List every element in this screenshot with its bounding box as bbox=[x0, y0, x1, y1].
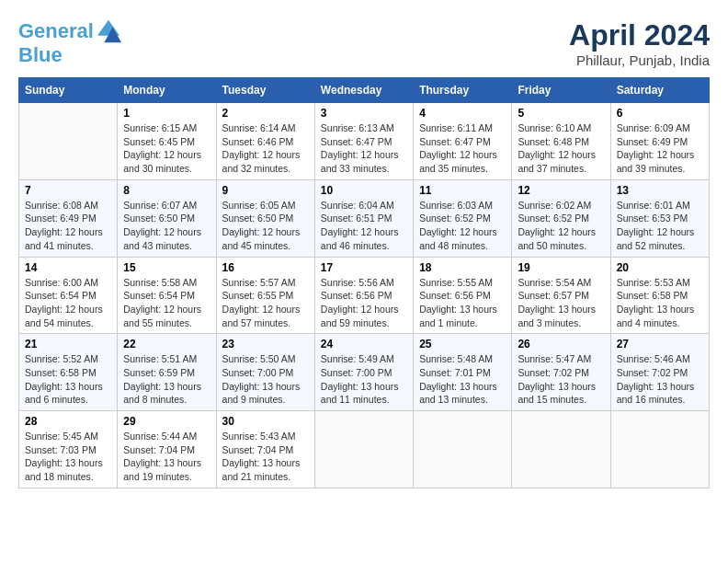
day-number: 6 bbox=[617, 107, 703, 120]
day-info: Sunrise: 6:13 AM Sunset: 6:47 PM Dayligh… bbox=[321, 121, 407, 176]
day-info: Sunrise: 6:00 AM Sunset: 6:54 PM Dayligh… bbox=[25, 276, 111, 330]
day-info: Sunrise: 5:52 AM Sunset: 6:58 PM Dayligh… bbox=[25, 352, 111, 407]
logo-subtext: Blue bbox=[18, 44, 121, 66]
day-number: 4 bbox=[419, 107, 506, 120]
calendar-week-row: 7Sunrise: 6:08 AM Sunset: 6:49 PM Daylig… bbox=[19, 179, 710, 257]
day-info: Sunrise: 5:54 AM Sunset: 6:57 PM Dayligh… bbox=[518, 276, 604, 330]
calendar-cell: 19Sunrise: 5:54 AM Sunset: 6:57 PM Dayli… bbox=[512, 257, 610, 334]
calendar-cell: 25Sunrise: 5:48 AM Sunset: 7:01 PM Dayli… bbox=[414, 334, 512, 411]
weekday-header-saturday: Saturday bbox=[610, 78, 709, 103]
title-block: April 2024 Phillaur, Punjab, India bbox=[569, 18, 710, 68]
month-title: April 2024 bbox=[569, 18, 710, 52]
day-number: 18 bbox=[419, 261, 506, 274]
page-header: General Blue April 2024 Phillaur, Punjab… bbox=[18, 18, 710, 68]
calendar-cell bbox=[19, 103, 118, 180]
day-info: Sunrise: 6:04 AM Sunset: 6:51 PM Dayligh… bbox=[321, 199, 407, 253]
calendar-cell: 30Sunrise: 5:43 AM Sunset: 7:04 PM Dayli… bbox=[216, 411, 314, 488]
weekday-header-monday: Monday bbox=[118, 78, 216, 103]
calendar-cell: 13Sunrise: 6:01 AM Sunset: 6:53 PM Dayli… bbox=[610, 179, 709, 257]
day-info: Sunrise: 5:53 AM Sunset: 6:58 PM Dayligh… bbox=[617, 276, 703, 330]
calendar-cell: 4Sunrise: 6:11 AM Sunset: 6:47 PM Daylig… bbox=[414, 103, 512, 180]
calendar-cell: 10Sunrise: 6:04 AM Sunset: 6:51 PM Dayli… bbox=[314, 179, 413, 257]
calendar-cell: 24Sunrise: 5:49 AM Sunset: 7:00 PM Dayli… bbox=[314, 334, 413, 411]
calendar-cell: 8Sunrise: 6:07 AM Sunset: 6:50 PM Daylig… bbox=[118, 179, 216, 257]
day-number: 29 bbox=[123, 415, 210, 428]
calendar-cell: 9Sunrise: 6:05 AM Sunset: 6:50 PM Daylig… bbox=[216, 179, 314, 257]
day-info: Sunrise: 6:01 AM Sunset: 6:53 PM Dayligh… bbox=[617, 199, 703, 253]
day-number: 25 bbox=[419, 338, 506, 350]
calendar-cell: 27Sunrise: 5:46 AM Sunset: 7:02 PM Dayli… bbox=[610, 334, 709, 411]
calendar-cell: 17Sunrise: 5:56 AM Sunset: 6:56 PM Dayli… bbox=[314, 257, 413, 334]
calendar-cell: 15Sunrise: 5:58 AM Sunset: 6:54 PM Dayli… bbox=[118, 257, 216, 334]
day-number: 3 bbox=[321, 107, 407, 120]
calendar-cell: 2Sunrise: 6:14 AM Sunset: 6:46 PM Daylig… bbox=[216, 103, 314, 180]
day-number: 14 bbox=[25, 261, 111, 274]
day-number: 30 bbox=[222, 415, 309, 428]
day-info: Sunrise: 6:08 AM Sunset: 6:49 PM Dayligh… bbox=[25, 199, 111, 253]
calendar-cell: 5Sunrise: 6:10 AM Sunset: 6:48 PM Daylig… bbox=[512, 103, 610, 180]
day-number: 23 bbox=[222, 338, 309, 350]
calendar-cell: 7Sunrise: 6:08 AM Sunset: 6:49 PM Daylig… bbox=[19, 179, 118, 257]
day-info: Sunrise: 6:11 AM Sunset: 6:47 PM Dayligh… bbox=[419, 121, 506, 176]
day-info: Sunrise: 5:51 AM Sunset: 6:59 PM Dayligh… bbox=[123, 352, 210, 407]
day-number: 22 bbox=[123, 338, 210, 350]
day-info: Sunrise: 5:48 AM Sunset: 7:01 PM Dayligh… bbox=[419, 352, 506, 407]
day-info: Sunrise: 6:14 AM Sunset: 6:46 PM Dayligh… bbox=[222, 121, 309, 176]
day-info: Sunrise: 6:10 AM Sunset: 6:48 PM Dayligh… bbox=[518, 121, 604, 176]
calendar-cell: 1Sunrise: 6:15 AM Sunset: 6:45 PM Daylig… bbox=[118, 103, 216, 180]
calendar-cell bbox=[414, 411, 512, 488]
calendar-cell: 20Sunrise: 5:53 AM Sunset: 6:58 PM Dayli… bbox=[610, 257, 709, 334]
calendar-cell: 18Sunrise: 5:55 AM Sunset: 6:56 PM Dayli… bbox=[414, 257, 512, 334]
day-info: Sunrise: 5:46 AM Sunset: 7:02 PM Dayligh… bbox=[617, 352, 703, 407]
weekday-header-sunday: Sunday bbox=[19, 78, 118, 103]
logo-icon bbox=[96, 18, 121, 44]
day-info: Sunrise: 6:02 AM Sunset: 6:52 PM Dayligh… bbox=[518, 199, 604, 253]
day-number: 17 bbox=[321, 261, 407, 274]
day-number: 5 bbox=[518, 107, 604, 120]
day-info: Sunrise: 5:49 AM Sunset: 7:00 PM Dayligh… bbox=[321, 352, 407, 407]
day-info: Sunrise: 6:15 AM Sunset: 6:45 PM Dayligh… bbox=[123, 121, 210, 176]
calendar-week-row: 14Sunrise: 6:00 AM Sunset: 6:54 PM Dayli… bbox=[19, 257, 710, 334]
calendar-cell: 26Sunrise: 5:47 AM Sunset: 7:02 PM Dayli… bbox=[512, 334, 610, 411]
calendar-cell: 28Sunrise: 5:45 AM Sunset: 7:03 PM Dayli… bbox=[19, 411, 118, 488]
day-info: Sunrise: 6:09 AM Sunset: 6:49 PM Dayligh… bbox=[617, 121, 703, 176]
calendar-cell: 22Sunrise: 5:51 AM Sunset: 6:59 PM Dayli… bbox=[118, 334, 216, 411]
day-info: Sunrise: 5:56 AM Sunset: 6:56 PM Dayligh… bbox=[321, 276, 407, 330]
day-number: 12 bbox=[518, 184, 604, 197]
day-number: 8 bbox=[123, 184, 210, 197]
calendar-cell: 16Sunrise: 5:57 AM Sunset: 6:55 PM Dayli… bbox=[216, 257, 314, 334]
calendar-cell bbox=[314, 411, 413, 488]
day-info: Sunrise: 5:45 AM Sunset: 7:03 PM Dayligh… bbox=[25, 430, 111, 484]
calendar-cell: 29Sunrise: 5:44 AM Sunset: 7:04 PM Dayli… bbox=[118, 411, 216, 488]
calendar-cell: 6Sunrise: 6:09 AM Sunset: 6:49 PM Daylig… bbox=[610, 103, 709, 180]
logo-text: General bbox=[18, 20, 94, 42]
day-info: Sunrise: 5:50 AM Sunset: 7:00 PM Dayligh… bbox=[222, 352, 309, 407]
calendar-cell: 23Sunrise: 5:50 AM Sunset: 7:00 PM Dayli… bbox=[216, 334, 314, 411]
weekday-header-friday: Friday bbox=[512, 78, 610, 103]
day-info: Sunrise: 5:58 AM Sunset: 6:54 PM Dayligh… bbox=[123, 276, 210, 330]
calendar-cell: 3Sunrise: 6:13 AM Sunset: 6:47 PM Daylig… bbox=[314, 103, 413, 180]
day-info: Sunrise: 6:03 AM Sunset: 6:52 PM Dayligh… bbox=[419, 199, 506, 253]
calendar-week-row: 21Sunrise: 5:52 AM Sunset: 6:58 PM Dayli… bbox=[19, 334, 710, 411]
day-number: 7 bbox=[25, 184, 111, 197]
day-number: 27 bbox=[617, 338, 703, 350]
day-number: 19 bbox=[518, 261, 604, 274]
calendar-cell bbox=[512, 411, 610, 488]
day-number: 20 bbox=[617, 261, 703, 274]
calendar-table: SundayMondayTuesdayWednesdayThursdayFrid… bbox=[18, 77, 710, 488]
weekday-header-tuesday: Tuesday bbox=[216, 78, 314, 103]
day-number: 21 bbox=[25, 338, 111, 350]
day-number: 9 bbox=[222, 184, 309, 197]
calendar-cell: 21Sunrise: 5:52 AM Sunset: 6:58 PM Dayli… bbox=[19, 334, 118, 411]
calendar-cell: 12Sunrise: 6:02 AM Sunset: 6:52 PM Dayli… bbox=[512, 179, 610, 257]
day-info: Sunrise: 6:07 AM Sunset: 6:50 PM Dayligh… bbox=[123, 199, 210, 253]
day-info: Sunrise: 5:57 AM Sunset: 6:55 PM Dayligh… bbox=[222, 276, 309, 330]
day-info: Sunrise: 5:55 AM Sunset: 6:56 PM Dayligh… bbox=[419, 276, 506, 330]
day-number: 24 bbox=[321, 338, 407, 350]
weekday-header-row: SundayMondayTuesdayWednesdayThursdayFrid… bbox=[19, 78, 710, 103]
logo: General Blue bbox=[18, 18, 121, 66]
day-number: 13 bbox=[617, 184, 703, 197]
day-number: 10 bbox=[321, 184, 407, 197]
day-number: 15 bbox=[123, 261, 210, 274]
day-number: 26 bbox=[518, 338, 604, 350]
